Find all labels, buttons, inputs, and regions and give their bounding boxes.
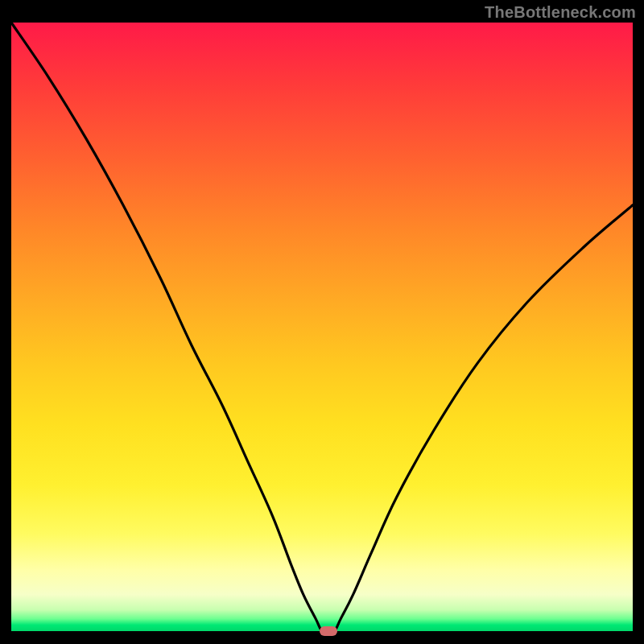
optimal-marker: [320, 626, 337, 636]
plot-area: [11, 23, 633, 631]
curve-path: [11, 23, 633, 632]
bottleneck-curve: [11, 23, 633, 631]
chart-frame: TheBottleneck.com: [0, 0, 644, 644]
watermark-text: TheBottleneck.com: [485, 3, 636, 22]
